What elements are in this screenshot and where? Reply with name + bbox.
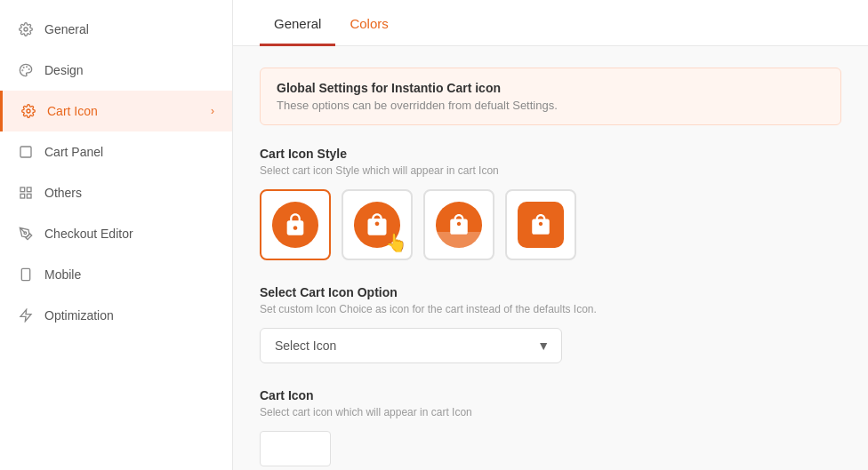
icon-option-1[interactable] (260, 189, 331, 260)
svg-rect-10 (20, 194, 25, 198)
svg-rect-7 (20, 187, 25, 192)
cart-icon-style-title: Cart Icon Style (260, 147, 841, 161)
cart-icon-preview-section: Cart Icon Select cart icon which will ap… (260, 388, 841, 466)
sidebar-item-label: General (44, 22, 89, 36)
settings-gear-icon (20, 103, 36, 119)
cart-style-2-icon (354, 202, 400, 248)
svg-point-2 (28, 69, 29, 70)
palette2-icon (18, 226, 34, 242)
sidebar-item-mobile[interactable]: Mobile (0, 254, 232, 295)
select-cart-icon-section: Select Cart Icon Option Set custom Icon … (260, 285, 841, 363)
cart-style-1-icon (272, 202, 318, 248)
select-icon-dropdown[interactable]: Select Icon Shopping Bag Shopping Cart B… (260, 328, 562, 363)
svg-point-5 (27, 109, 30, 113)
chevron-right-icon: › (211, 105, 214, 117)
svg-point-4 (22, 70, 23, 71)
icon-style-grid: 👆 (260, 189, 841, 260)
bolt-icon (18, 307, 34, 323)
sidebar-item-general[interactable]: General (0, 9, 232, 50)
sidebar-item-label: Cart Panel (44, 145, 103, 159)
icon-option-3[interactable] (423, 189, 494, 260)
cart-icon-style-desc: Select cart icon Style which will appear… (260, 164, 841, 177)
sidebar-item-checkout-editor[interactable]: Checkout Editor (0, 213, 232, 254)
sidebar-item-label: Optimization (44, 308, 114, 323)
sidebar-item-label: Design (44, 63, 84, 77)
banner-subtitle: These options can be overridden from def… (277, 99, 824, 112)
sidebar-item-label: Mobile (44, 267, 81, 282)
cart-icon-style-section: Cart Icon Style Select cart icon Style w… (260, 147, 841, 260)
main-content: General Colors Global Settings for Insta… (233, 0, 868, 470)
sidebar-item-cart-icon[interactable]: Cart Icon › (0, 91, 232, 131)
svg-point-0 (24, 28, 28, 31)
svg-point-11 (24, 232, 27, 235)
sidebar-item-cart-panel[interactable]: Cart Panel (0, 131, 232, 172)
svg-rect-6 (20, 147, 31, 157)
select-icon-wrapper: Select Icon Shopping Bag Shopping Cart B… (260, 328, 562, 363)
select-cart-icon-desc: Set custom Icon Choice as icon for the c… (260, 303, 841, 315)
mobile-icon (18, 267, 34, 283)
cart-icon-preview-title: Cart Icon (260, 388, 841, 402)
cart-style-3-icon (436, 202, 482, 248)
sidebar-item-design[interactable]: Design (0, 50, 232, 91)
grid-icon (18, 185, 34, 201)
info-banner: Global Settings for Instantio Cart icon … (260, 68, 841, 125)
tab-colors[interactable]: Colors (335, 0, 402, 46)
sidebar-item-label: Others (44, 186, 82, 200)
icon-option-2[interactable]: 👆 (342, 189, 413, 260)
cart-icon-preview-desc: Select cart icon which will appear in ca… (260, 406, 841, 418)
tab-bar: General Colors (233, 0, 868, 46)
svg-point-1 (27, 67, 28, 68)
gear-icon (18, 21, 34, 37)
sidebar: General Design Cart Icon › Cart Panel (0, 0, 233, 470)
sidebar-item-label: Cart Icon (47, 104, 98, 118)
sidebar-item-label: Checkout Editor (44, 227, 133, 241)
icon-option-4[interactable] (505, 189, 576, 260)
svg-rect-8 (27, 187, 31, 192)
svg-point-3 (23, 68, 24, 68)
banner-title: Global Settings for Instantio Cart icon (277, 81, 824, 95)
cart-style-4-icon (518, 202, 564, 248)
content-area: Global Settings for Instantio Cart icon … (233, 46, 868, 470)
square-icon (18, 144, 34, 160)
palette-icon (18, 62, 34, 78)
select-cart-icon-title: Select Cart Icon Option (260, 285, 841, 299)
sidebar-item-others[interactable]: Others (0, 172, 232, 213)
cart-icon-preview-box (260, 431, 331, 466)
svg-marker-14 (20, 309, 31, 321)
sidebar-item-optimization[interactable]: Optimization (0, 295, 232, 336)
tab-general[interactable]: General (260, 0, 335, 46)
svg-rect-9 (27, 194, 31, 198)
